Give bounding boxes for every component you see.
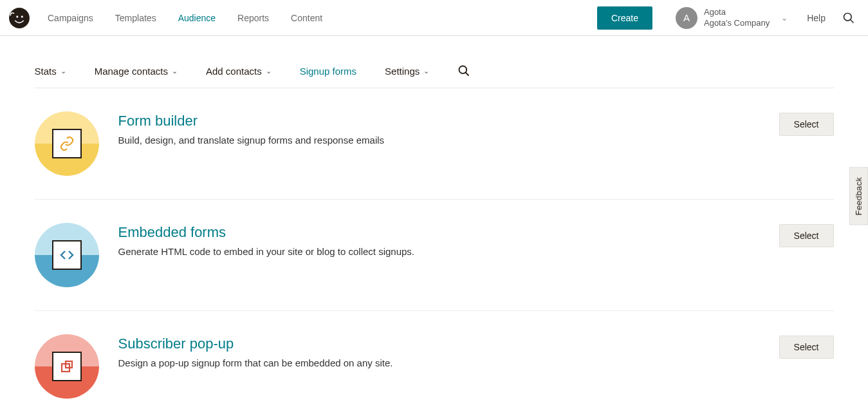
account-name: Agota	[704, 7, 770, 17]
create-button[interactable]: Create	[597, 6, 652, 30]
chevron-down-icon: ⌄	[266, 67, 272, 75]
mailchimp-logo-icon	[8, 7, 30, 29]
search-icon[interactable]	[842, 12, 855, 24]
top-nav: Campaigns Templates Audience Reports Con…	[0, 0, 868, 36]
subscriber-popup-icon	[35, 334, 99, 399]
form-description: Design a pop-up signup form that can be …	[118, 357, 760, 368]
audience-subnav: Stats ⌄ Manage contacts ⌄ Add contacts ⌄…	[35, 36, 834, 88]
svg-line-6	[466, 73, 469, 76]
nav-audience[interactable]: Audience	[178, 13, 216, 23]
link-icon	[59, 136, 75, 151]
subnav-signup-forms[interactable]: Signup forms	[300, 66, 356, 77]
svg-point-1	[16, 15, 18, 17]
svg-point-5	[459, 66, 467, 74]
nav-links: Campaigns Templates Audience Reports Con…	[48, 13, 322, 23]
subnav-label: Stats	[35, 66, 57, 77]
nav-content[interactable]: Content	[291, 13, 322, 23]
form-builder-icon	[35, 111, 99, 176]
subnav-label: Add contacts	[206, 66, 262, 77]
svg-point-2	[21, 15, 23, 17]
subnav-label: Signup forms	[300, 66, 356, 77]
subnav-add-contacts[interactable]: Add contacts ⌄	[206, 66, 272, 77]
svg-point-0	[9, 8, 30, 28]
svg-line-4	[851, 19, 854, 23]
search-icon[interactable]	[457, 64, 470, 77]
nav-campaigns[interactable]: Campaigns	[48, 13, 93, 23]
subnav-manage-contacts[interactable]: Manage contacts ⌄	[95, 66, 178, 77]
page-content: Stats ⌄ Manage contacts ⌄ Add contacts ⌄…	[35, 36, 834, 407]
nav-reports[interactable]: Reports	[237, 13, 269, 23]
embedded-forms-icon	[35, 223, 99, 287]
account-menu[interactable]: A Agota Agota's Company ⌄	[676, 7, 788, 29]
chevron-down-icon: ⌄	[172, 67, 178, 75]
nav-templates[interactable]: Templates	[115, 13, 156, 23]
form-body: Embedded forms Generate HTML code to emb…	[118, 223, 760, 257]
select-button[interactable]: Select	[779, 336, 834, 359]
form-option-subscriber-popup: Subscriber pop-up Design a pop-up signup…	[35, 311, 834, 407]
form-body: Form builder Build, design, and translat…	[118, 111, 760, 146]
form-title[interactable]: Subscriber pop-up	[118, 336, 760, 352]
subnav-settings[interactable]: Settings ⌄	[385, 66, 429, 77]
code-icon	[59, 247, 75, 263]
form-description: Generate HTML code to embed in your site…	[118, 246, 760, 257]
subnav-label: Settings	[385, 66, 420, 77]
select-button[interactable]: Select	[779, 113, 834, 136]
chevron-down-icon: ⌄	[423, 67, 429, 75]
account-text: Agota Agota's Company	[704, 7, 770, 28]
help-link[interactable]: Help	[807, 13, 826, 23]
subnav-label: Manage contacts	[95, 66, 168, 77]
logo[interactable]	[8, 6, 31, 30]
chevron-down-icon: ⌄	[781, 14, 788, 23]
feedback-tab[interactable]: Feedback	[849, 167, 868, 225]
form-body: Subscriber pop-up Design a pop-up signup…	[118, 334, 760, 368]
svg-point-3	[844, 13, 852, 21]
form-description: Build, design, and translate signup form…	[118, 135, 760, 146]
popup-icon	[59, 359, 75, 374]
account-company: Agota's Company	[704, 18, 770, 28]
form-title[interactable]: Embedded forms	[118, 224, 760, 241]
form-title[interactable]: Form builder	[118, 113, 760, 129]
form-option-form-builder: Form builder Build, design, and translat…	[35, 88, 834, 200]
chevron-down-icon: ⌄	[60, 67, 66, 75]
subnav-stats[interactable]: Stats ⌄	[35, 66, 66, 77]
avatar: A	[676, 7, 697, 29]
form-option-embedded-forms: Embedded forms Generate HTML code to emb…	[35, 200, 834, 311]
select-button[interactable]: Select	[779, 224, 834, 247]
